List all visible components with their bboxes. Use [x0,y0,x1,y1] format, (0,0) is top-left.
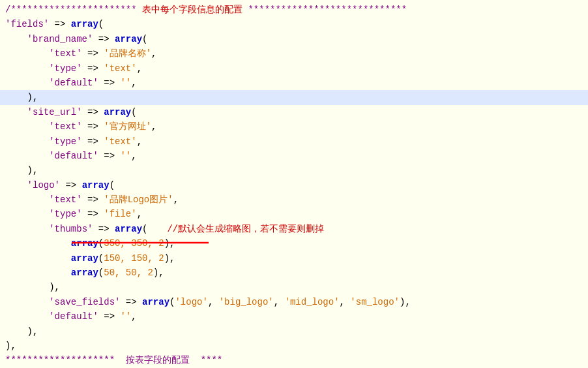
comment-stars-right: ***************************** [243,3,407,17]
code-line-16: 'thumbs' => array(//默认会生成缩略图，若不需要则删掉 [0,222,588,236]
code-line-17: array(350, 350, 2), [0,236,588,251]
code-line-4: 'text' => '品牌名称', [0,46,588,61]
code-line-15: 'type' => 'file', [0,207,588,221]
code-line-18: array(150, 150, 2), [0,251,588,266]
code-line-25: ******************** 按表字段的配置 **** [0,353,588,367]
code-line-12: ), [0,163,588,177]
code-line-9: 'text' => '官方网址', [0,119,588,134]
code-line-5: 'type' => 'text', [0,61,588,76]
code-line-24: ), [0,339,588,353]
code-line-10: 'type' => 'text', [0,134,588,149]
comment-chinese: 表中每个字段信息的配置 [142,3,243,17]
code-line-11: 'default' => '', [0,149,588,163]
code-line-3: 'brand_name' => array( [0,32,588,46]
code-line-23: ), [0,324,588,339]
code-line-13: 'logo' => array( [0,178,588,192]
comment-stars-left: /*********************** [5,3,142,17]
code-editor: /*********************** 表中每个字段信息的配置 ***… [0,0,588,368]
annotation-comment: //默认会生成缩略图，若不需要则删掉 [167,222,324,236]
code-line-14: 'text' => '品牌Logo图片', [0,192,588,207]
code-line-22: 'default' => '', [0,309,588,324]
code-line-21: 'save_fields' => array('logo', 'big_logo… [0,295,588,309]
code-line-20: ), [0,280,588,294]
code-line-2: 'fields' => array( [0,17,588,31]
code-line-8: 'site_url' => array( [0,105,588,119]
code-line-6: 'default' => '', [0,76,588,90]
code-line-7: ), [0,90,588,104]
code-line-1: /*********************** 表中每个字段信息的配置 ***… [0,3,588,17]
code-line-19: array(50, 50, 2), [0,266,588,280]
